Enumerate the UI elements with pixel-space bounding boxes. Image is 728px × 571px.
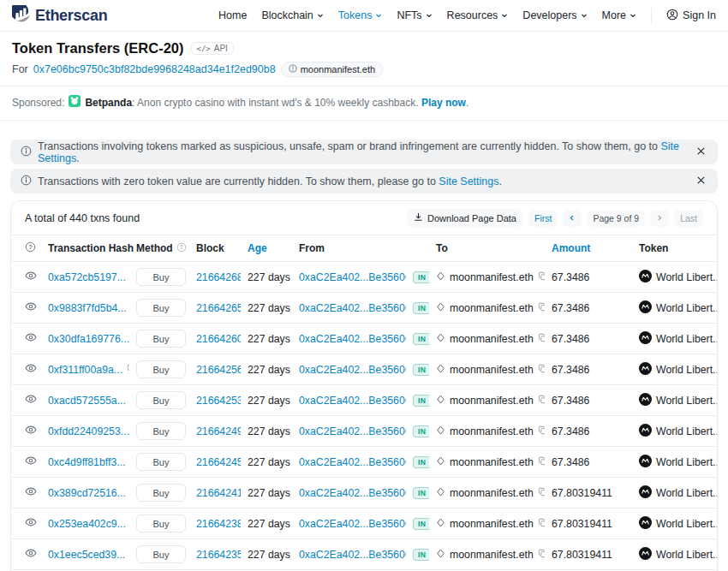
from-address-link[interactable]: 0xaC2Ea402...Be3560C22 — [299, 395, 406, 407]
nav-item-tokens[interactable]: Tokens — [338, 9, 383, 21]
preview-eye-button[interactable] — [25, 547, 37, 562]
to-address-link[interactable]: moonmanifest.eth — [450, 487, 534, 499]
to-address-link[interactable]: moonmanifest.eth — [450, 364, 534, 376]
etherscan-logo[interactable]: Etherscan — [12, 5, 107, 26]
copy-button[interactable] — [538, 425, 545, 437]
token-link[interactable]: World Libert... — [656, 271, 717, 283]
method-info-icon[interactable]: ? — [176, 242, 187, 255]
copy-button[interactable] — [127, 363, 129, 376]
method-button[interactable]: Buy — [136, 299, 186, 317]
token-link[interactable]: World Libert... — [656, 395, 717, 407]
block-link[interactable]: 21664268 — [196, 271, 241, 283]
token-link[interactable]: World Libert... — [656, 302, 717, 314]
to-address-link[interactable]: moonmanifest.eth — [450, 549, 534, 561]
token-link[interactable]: World Libert... — [656, 549, 717, 561]
tx-hash-link[interactable]: 0xa572cb5197... — [48, 271, 126, 283]
address-link[interactable]: 0x7e06bc9750c3bf82bde9968248ad34e1f2ed90… — [33, 63, 276, 75]
token-link[interactable]: World Libert... — [656, 518, 717, 530]
sign-in-button[interactable]: Sign In — [666, 9, 716, 23]
copy-button[interactable] — [538, 332, 545, 345]
preview-eye-button[interactable] — [25, 485, 37, 500]
nav-item-more[interactable]: More — [602, 9, 636, 21]
copy-button[interactable] — [538, 301, 545, 314]
tx-hash-link[interactable]: 0x389cd72516... — [48, 487, 126, 499]
pagination-next-button[interactable] — [650, 210, 669, 227]
nav-item-nfts[interactable]: NFTs — [397, 9, 432, 21]
preview-eye-button[interactable] — [25, 300, 37, 315]
nav-item-home[interactable]: Home — [218, 9, 247, 21]
token-link[interactable]: World Libert... — [656, 364, 717, 376]
tx-hash-link[interactable]: 0x9883f7fd5b4... — [48, 302, 127, 314]
copy-button[interactable] — [538, 486, 545, 499]
from-address-link[interactable]: 0xaC2Ea402...Be3560C22 — [299, 487, 406, 499]
block-link[interactable]: 21664235 — [196, 549, 241, 561]
nav-item-blockchain[interactable]: Blockchain — [261, 9, 323, 21]
help-icon[interactable]: ? — [25, 243, 36, 255]
block-link[interactable]: 21664265 — [196, 302, 241, 314]
method-button[interactable]: Buy — [136, 330, 186, 348]
method-button[interactable]: Buy — [136, 545, 186, 563]
token-link[interactable]: World Libert... — [656, 333, 717, 345]
method-button[interactable]: Buy — [136, 391, 186, 409]
col-amount-sort[interactable]: Amount — [552, 242, 590, 254]
from-address-link[interactable]: 0xaC2Ea402...Be3560C22 — [299, 364, 406, 376]
method-button[interactable]: Buy — [136, 360, 186, 378]
tx-hash-link[interactable]: 0xfdd22409253... — [48, 425, 129, 437]
to-address-link[interactable]: moonmanifest.eth — [450, 302, 534, 314]
method-button[interactable]: Buy — [136, 268, 186, 286]
from-address-link[interactable]: 0xaC2Ea402...Be3560C22 — [299, 518, 406, 530]
copy-button[interactable] — [538, 271, 545, 283]
block-link[interactable]: 21664260 — [196, 333, 241, 345]
preview-eye-button[interactable] — [25, 393, 37, 407]
tx-hash-link[interactable]: 0xc4d9ff81bff3... — [48, 456, 125, 468]
block-link[interactable]: 21664238 — [196, 518, 241, 530]
block-link[interactable]: 21664241 — [196, 487, 241, 499]
preview-eye-button[interactable] — [25, 455, 37, 469]
tx-hash-link[interactable]: 0xf311ff00a9a... — [48, 364, 122, 376]
advertiser-name[interactable]: Betpanda — [85, 97, 132, 109]
play-now-link[interactable]: Play now — [421, 97, 466, 109]
api-badge[interactable]: </> API — [191, 42, 234, 55]
nav-item-resources[interactable]: Resources — [447, 9, 509, 21]
site-settings-link[interactable]: Site Settings — [439, 175, 498, 187]
preview-eye-button[interactable] — [25, 424, 37, 438]
token-link[interactable]: World Libert... — [656, 456, 717, 468]
method-button[interactable]: Buy — [136, 484, 186, 502]
method-button[interactable]: Buy — [136, 422, 186, 440]
from-address-link[interactable]: 0xaC2Ea402...Be3560C22 — [299, 425, 406, 437]
preview-eye-button[interactable] — [25, 362, 37, 377]
nav-item-developers[interactable]: Developers — [522, 9, 587, 21]
from-address-link[interactable]: 0xaC2Ea402...Be3560C22 — [299, 302, 406, 314]
to-address-link[interactable]: moonmanifest.eth — [450, 518, 534, 530]
from-address-link[interactable]: 0xaC2Ea402...Be3560C22 — [299, 456, 406, 468]
to-address-link[interactable]: moonmanifest.eth — [450, 333, 534, 345]
to-address-link[interactable]: moonmanifest.eth — [450, 425, 534, 437]
method-button[interactable]: Buy — [136, 514, 186, 532]
to-address-link[interactable]: moonmanifest.eth — [450, 271, 534, 283]
from-address-link[interactable]: 0xaC2Ea402...Be3560C22 — [299, 333, 406, 345]
preview-eye-button[interactable] — [25, 331, 37, 346]
ens-name-badge[interactable]: moonmanifest.eth — [281, 62, 383, 77]
copy-button[interactable] — [538, 455, 545, 468]
preview-eye-button[interactable] — [25, 270, 37, 284]
pagination-first-button[interactable]: First — [528, 210, 558, 227]
from-address-link[interactable]: 0xaC2Ea402...Be3560C22 — [299, 549, 406, 561]
tx-hash-link[interactable]: 0x1eec5ced39... — [48, 549, 125, 561]
tx-hash-link[interactable]: 0x30dfa169776... — [48, 333, 129, 345]
col-age-toggle[interactable]: Age — [248, 242, 267, 254]
token-link[interactable]: World Libert... — [656, 487, 717, 499]
block-link[interactable]: 21664249 — [196, 425, 241, 437]
block-link[interactable]: 21664256 — [196, 364, 241, 376]
copy-button[interactable] — [538, 394, 545, 407]
from-address-link[interactable]: 0xaC2Ea402...Be3560C22 — [299, 271, 406, 283]
pagination-prev-button[interactable] — [563, 210, 582, 227]
copy-button[interactable] — [538, 517, 545, 530]
block-link[interactable]: 21664253 — [196, 395, 241, 407]
copy-button[interactable] — [538, 363, 545, 376]
preview-eye-button[interactable] — [25, 516, 37, 531]
tx-hash-link[interactable]: 0xacd572555a... — [48, 395, 126, 407]
dismiss-banner-button[interactable] — [695, 173, 707, 189]
download-page-data-button[interactable]: Download Page Data — [407, 209, 523, 227]
block-link[interactable]: 21664245 — [196, 456, 241, 468]
to-address-link[interactable]: moonmanifest.eth — [450, 395, 534, 407]
